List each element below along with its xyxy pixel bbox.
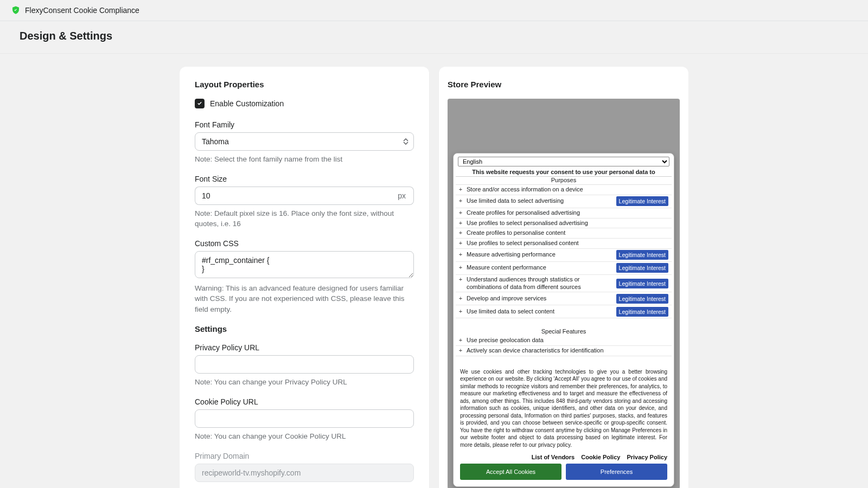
expand-icon[interactable]: + <box>458 220 463 227</box>
cmp-privacy-link[interactable]: Privacy Policy <box>627 454 667 460</box>
custom-css-note: Warning: This is an advanced feature des… <box>195 283 414 315</box>
expand-icon[interactable]: + <box>458 251 463 259</box>
preview-area: English This website requests your conse… <box>448 99 680 488</box>
cmp-purpose-row: +Use profiles to select personalised adv… <box>456 219 672 229</box>
font-family-note: Note: Select the font family name from t… <box>195 154 414 165</box>
legitimate-interest-button[interactable]: Legitimate Interest <box>616 307 668 317</box>
preview-card: Store Preview English This website reque… <box>439 67 688 488</box>
expand-icon[interactable]: + <box>458 240 463 247</box>
primary-domain-field: Primary Domain recipeworld-tv.myshopify.… <box>195 452 414 482</box>
content: Layout Properties Enable Customization F… <box>0 67 868 488</box>
expand-icon[interactable]: + <box>458 308 463 316</box>
privacy-url-label: Privacy Policy URL <box>195 343 414 352</box>
cmp-purpose-list: +Store and/or access information on a de… <box>456 185 672 318</box>
cmp-container: English This website requests your conse… <box>453 153 674 487</box>
cmp-purpose-text: Use limited data to select content <box>467 308 554 316</box>
cmp-actions: Accept All Cookies Preferences <box>456 464 672 482</box>
cmp-special-row: +Use precise geolocation data <box>456 336 672 346</box>
legitimate-interest-button[interactable]: Legitimate Interest <box>616 294 668 304</box>
cmp-special-text: Use precise geolocation data <box>467 337 544 344</box>
cmp-purpose-row: +Create profiles to personalise content <box>456 228 672 239</box>
cmp-preferences-button[interactable]: Preferences <box>566 464 667 480</box>
store-preview-title: Store Preview <box>448 80 680 89</box>
cmp-purpose-row: +Store and/or access information on a de… <box>456 185 672 195</box>
enable-customization-label: Enable Customization <box>210 99 284 108</box>
layout-card: Layout Properties Enable Customization F… <box>180 67 429 488</box>
cmp-purpose-text: Develop and improve services <box>467 295 546 303</box>
cmp-special-row: +Actively scan device characteristics fo… <box>456 346 672 356</box>
shield-icon <box>11 5 21 15</box>
page-title: Design & Settings <box>20 30 848 42</box>
cmp-purpose-text: Create profiles for personalised adverti… <box>467 209 580 217</box>
page-title-wrap: Design & Settings <box>0 21 868 54</box>
primary-domain-label: Primary Domain <box>195 452 414 460</box>
font-size-label: Font Size <box>195 175 414 183</box>
settings-title: Settings <box>195 324 414 333</box>
cmp-heading: This website requests your consent to us… <box>456 168 672 177</box>
cookie-url-note: Note: You can change your Cookie Policy … <box>195 431 414 442</box>
custom-css-textarea[interactable] <box>195 251 414 278</box>
font-size-unit: px <box>390 187 414 205</box>
expand-icon[interactable]: + <box>458 186 463 194</box>
expand-icon[interactable]: + <box>458 295 463 303</box>
legitimate-interest-button[interactable]: Legitimate Interest <box>616 263 668 273</box>
cmp-purpose-text: Use profiles to select personalised cont… <box>467 240 579 247</box>
custom-css-label: Custom CSS <box>195 239 414 248</box>
font-size-note: Note: Default pixel size is 16. Place on… <box>195 208 414 229</box>
cmp-special-label: Special Features <box>456 318 672 336</box>
cmp-special-list: +Use precise geolocation data+Actively s… <box>456 336 672 356</box>
font-size-field: Font Size px Note: Default pixel size is… <box>195 175 414 229</box>
enable-customization-row: Enable Customization <box>195 99 414 108</box>
cmp-purpose-text: Create profiles to personalise content <box>467 229 565 237</box>
font-family-label: Font Family <box>195 120 414 129</box>
cmp-purpose-row: +Use limited data to select contentLegit… <box>456 305 672 318</box>
cmp-purposes-label: Purposes <box>456 177 672 185</box>
cmp-cookie-link[interactable]: Cookie Policy <box>581 454 620 460</box>
expand-icon[interactable]: + <box>458 197 463 205</box>
cookie-url-input[interactable] <box>195 409 414 428</box>
app-name: FlexyConsent Cookie Compliance <box>25 6 139 15</box>
expand-icon[interactable]: + <box>458 337 463 344</box>
primary-domain-input: recipeworld-tv.myshopify.com <box>195 464 414 482</box>
cmp-body-text: We use cookies and other tracking techno… <box>456 356 672 452</box>
cmp-purpose-row: +Use limited data to select advertisingL… <box>456 195 672 208</box>
cmp-language-select[interactable]: English <box>458 157 669 166</box>
custom-css-field: Custom CSS Warning: This is an advanced … <box>195 239 414 315</box>
cmp-purpose-row: +Measure advertising performanceLegitima… <box>456 249 672 262</box>
expand-icon[interactable]: + <box>458 276 463 284</box>
cmp-purpose-text: Store and/or access information on a dev… <box>467 186 583 194</box>
cmp-purpose-row: +Measure content performanceLegitimate I… <box>456 262 672 275</box>
cmp-purpose-text: Use limited data to select advertising <box>467 197 564 205</box>
cmp-accept-button[interactable]: Accept All Cookies <box>460 464 561 480</box>
cmp-purpose-row: +Develop and improve servicesLegitimate … <box>456 292 672 305</box>
cmp-purpose-row: +Use profiles to select personalised con… <box>456 239 672 249</box>
cmp-links: List of Vendors Cookie Policy Privacy Po… <box>456 452 672 464</box>
cmp-purpose-row: +Create profiles for personalised advert… <box>456 208 672 219</box>
legitimate-interest-button[interactable]: Legitimate Interest <box>616 196 668 206</box>
expand-icon[interactable]: + <box>458 229 463 237</box>
font-family-field: Font Family Tahoma Note: Select the font… <box>195 120 414 165</box>
layout-properties-title: Layout Properties <box>195 80 414 89</box>
cmp-purpose-text: Use profiles to select personalised adve… <box>467 220 588 227</box>
privacy-url-input[interactable] <box>195 355 414 374</box>
enable-customization-checkbox[interactable] <box>195 99 205 108</box>
cmp-purpose-text: Measure advertising performance <box>467 251 556 259</box>
privacy-url-field: Privacy Policy URL Note: You can change … <box>195 343 414 388</box>
privacy-url-note: Note: You can change your Privacy Policy… <box>195 377 414 388</box>
expand-icon[interactable]: + <box>458 347 463 355</box>
font-family-select[interactable]: Tahoma <box>195 132 414 151</box>
cmp-vendors-link[interactable]: List of Vendors <box>532 454 575 460</box>
font-size-input[interactable] <box>195 187 390 205</box>
legitimate-interest-button[interactable]: Legitimate Interest <box>616 250 668 260</box>
cookie-url-field: Cookie Policy URL Note: You can change y… <box>195 397 414 442</box>
cmp-purpose-row: +Understand audiences through statistics… <box>456 275 672 293</box>
legitimate-interest-button[interactable]: Legitimate Interest <box>616 279 668 288</box>
cookie-url-label: Cookie Policy URL <box>195 397 414 406</box>
topbar: FlexyConsent Cookie Compliance <box>0 0 868 21</box>
cmp-purpose-text: Measure content performance <box>467 264 546 272</box>
cmp-special-text: Actively scan device characteristics for… <box>467 347 604 355</box>
expand-icon[interactable]: + <box>458 264 463 272</box>
expand-icon[interactable]: + <box>458 209 463 217</box>
cmp-purpose-text: Understand audiences through statistics … <box>467 276 613 291</box>
